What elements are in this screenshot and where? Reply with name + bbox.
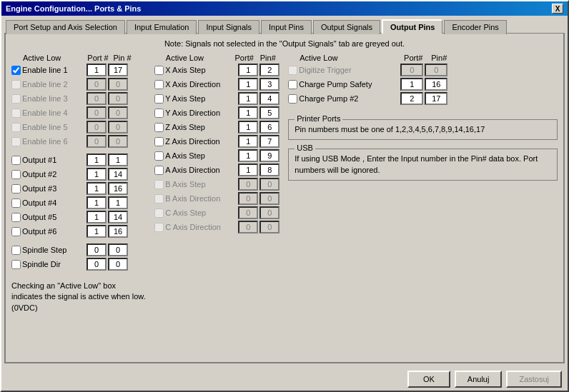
pin-input[interactable] bbox=[259, 121, 279, 134]
pin-input[interactable] bbox=[259, 149, 279, 162]
row-label: X Axis Step bbox=[165, 66, 237, 74]
close-button[interactable]: X bbox=[552, 4, 563, 14]
table-row: Enable line 3 bbox=[11, 92, 146, 105]
active-low-checkbox[interactable] bbox=[154, 66, 164, 75]
active-low-checkbox[interactable] bbox=[154, 109, 164, 118]
pin-input[interactable] bbox=[108, 243, 128, 256]
active-low-checkbox[interactable] bbox=[11, 227, 21, 236]
pin-input[interactable] bbox=[425, 78, 447, 91]
tab-output-pins[interactable]: Output Pins bbox=[382, 19, 442, 34]
table-row: Charge Pump #2 bbox=[288, 92, 558, 105]
table-row: Charge Pump Safety bbox=[288, 78, 558, 91]
pin-input[interactable] bbox=[108, 225, 128, 238]
tab-port-setup[interactable]: Port Setup and Axis Selection bbox=[6, 20, 125, 34]
tab-input-pins[interactable]: Input Pins bbox=[261, 20, 312, 34]
active-low-checkbox[interactable] bbox=[11, 246, 21, 255]
port-input[interactable] bbox=[238, 78, 258, 91]
pin-input bbox=[108, 121, 128, 134]
active-low-checkbox[interactable] bbox=[11, 156, 21, 165]
pin-input[interactable] bbox=[259, 78, 279, 91]
row-label: Enable line 3 bbox=[22, 94, 85, 103]
row-label: Output #3 bbox=[22, 184, 85, 193]
port-input[interactable] bbox=[238, 164, 258, 176]
port-input[interactable] bbox=[238, 121, 258, 134]
active-low-checkbox[interactable] bbox=[11, 66, 21, 75]
pin-input bbox=[108, 135, 128, 148]
pin-input[interactable] bbox=[108, 196, 128, 209]
active-low-checkbox[interactable] bbox=[288, 94, 297, 104]
note-text: Note: Signals not selected in the "Outpu… bbox=[11, 39, 558, 48]
table-row: Output #5 bbox=[11, 211, 146, 223]
pin-input[interactable] bbox=[108, 154, 128, 166]
tab-input-signals[interactable]: Input Signals bbox=[198, 20, 259, 34]
active-low-checkbox[interactable] bbox=[11, 170, 21, 179]
port-input[interactable] bbox=[86, 196, 107, 209]
pin-input[interactable] bbox=[108, 211, 128, 223]
row-label: Output #1 bbox=[22, 156, 85, 164]
port-input[interactable] bbox=[238, 149, 258, 162]
port-input[interactable] bbox=[238, 135, 258, 148]
pin-input[interactable] bbox=[108, 258, 128, 271]
table-row: Spindle Dir bbox=[11, 258, 146, 271]
pin-input[interactable] bbox=[108, 64, 128, 76]
row-label: Z Axis Step bbox=[165, 123, 237, 131]
pin-input bbox=[425, 64, 447, 76]
active-low-checkbox[interactable] bbox=[288, 80, 297, 89]
ok-button[interactable]: OK bbox=[407, 371, 450, 388]
active-low-checkbox[interactable] bbox=[11, 260, 21, 269]
port-input[interactable] bbox=[238, 64, 258, 76]
col3-header: Active Low Port# Pin# bbox=[288, 54, 558, 62]
active-low-checkbox[interactable] bbox=[154, 151, 164, 161]
cancel-button[interactable]: Anuluj bbox=[455, 371, 503, 388]
table-row: C Axis Direction bbox=[154, 221, 279, 233]
main-window: Engine Configuration... Ports & Pins X P… bbox=[0, 0, 569, 392]
port-input[interactable] bbox=[86, 258, 107, 271]
port-input[interactable] bbox=[86, 225, 107, 238]
pin-input bbox=[259, 221, 279, 233]
pin-input[interactable] bbox=[259, 135, 279, 148]
active-low-checkbox[interactable] bbox=[154, 80, 164, 89]
port-input[interactable] bbox=[238, 106, 258, 119]
pin-input[interactable] bbox=[108, 168, 128, 181]
pin-input[interactable] bbox=[259, 64, 279, 76]
active-low-checkbox[interactable] bbox=[154, 137, 164, 146]
col1-pin-header: Pin # bbox=[110, 54, 134, 62]
active-low-checkbox[interactable] bbox=[154, 123, 164, 132]
pin-input[interactable] bbox=[425, 92, 447, 105]
active-low-checkbox[interactable] bbox=[11, 198, 21, 208]
active-low-checkbox bbox=[154, 180, 164, 189]
tab-encoder-pins[interactable]: Encoder Pins bbox=[444, 20, 506, 34]
port-input[interactable] bbox=[86, 182, 107, 195]
active-low-checkbox[interactable] bbox=[11, 184, 21, 194]
port-input[interactable] bbox=[86, 211, 107, 223]
port-input[interactable] bbox=[86, 243, 107, 256]
table-row: Output #4 bbox=[11, 196, 146, 209]
port-input[interactable] bbox=[86, 168, 107, 181]
row-label: Charge Pump #2 bbox=[299, 94, 399, 103]
row-label: Enable line 2 bbox=[22, 80, 85, 89]
row-label: Z Axis Direction bbox=[165, 137, 237, 146]
pin-input[interactable] bbox=[259, 92, 279, 105]
apply-button[interactable]: Zastosuj bbox=[506, 371, 562, 388]
column-3: Active Low Port# Pin# Digitize TriggerCh… bbox=[288, 54, 558, 356]
active-low-checkbox[interactable] bbox=[154, 166, 164, 175]
port-input[interactable] bbox=[400, 92, 423, 105]
active-low-checkbox[interactable] bbox=[11, 213, 21, 222]
window-title: Engine Configuration... Ports & Pins bbox=[6, 4, 141, 13]
port-input bbox=[238, 206, 258, 219]
printer-ports-group: Printer Ports Pin numbers must be one of… bbox=[288, 119, 558, 140]
tab-output-signals[interactable]: Output Signals bbox=[313, 20, 380, 34]
port-input[interactable] bbox=[400, 78, 423, 91]
table-row: B Axis Direction bbox=[154, 192, 279, 205]
port-input[interactable] bbox=[86, 154, 107, 166]
port-input[interactable] bbox=[86, 64, 107, 76]
tab-input-emulation[interactable]: Input Emulation bbox=[127, 20, 197, 34]
table-row: Z Axis Direction bbox=[154, 135, 279, 148]
port-input[interactable] bbox=[238, 92, 258, 105]
pin-input[interactable] bbox=[108, 182, 128, 195]
pin-input[interactable] bbox=[259, 164, 279, 176]
active-low-checkbox bbox=[11, 137, 21, 146]
active-low-checkbox[interactable] bbox=[154, 94, 164, 104]
pin-input[interactable] bbox=[259, 106, 279, 119]
col1-output-rows: Output #1Output #2Output #3Output #4Outp… bbox=[11, 154, 146, 239]
